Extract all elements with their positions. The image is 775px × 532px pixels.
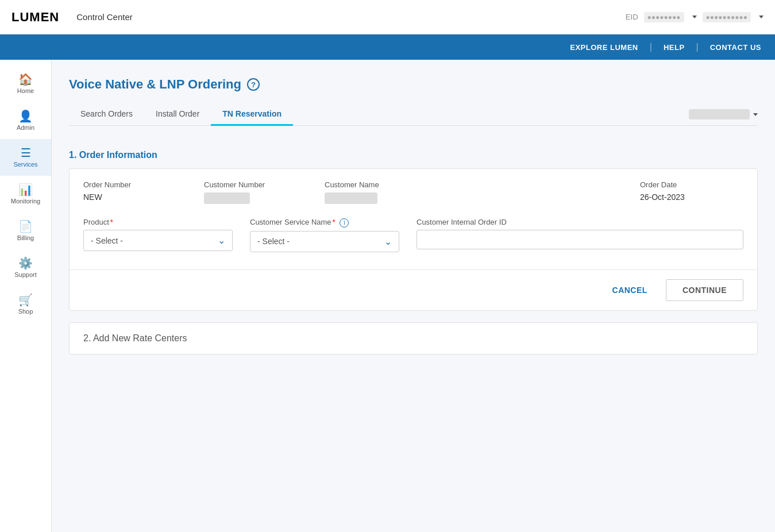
csn-required-star: * [333,218,336,226]
customer-number-field: Customer Number ●●●●● [204,180,307,204]
support-icon: ⚙️ [18,257,33,269]
blue-nav-strip: EXPLORE LUMEN | HELP | CONTACT US [0,34,775,60]
sidebar-item-services[interactable]: ☰ Services [0,139,51,176]
product-placeholder: - Select - [91,236,123,245]
order-number-label: Order Number [83,180,187,189]
user-chevron-icon[interactable] [759,16,764,18]
main-layout: 🏠 Home 👤 Admin ☰ Services 📊 Monitoring 📄… [0,60,775,532]
csn-info-icon[interactable]: i [340,218,349,228]
order-info-grid: Order Number NEW Customer Number ●●●●● C… [83,180,743,204]
sidebar-item-admin[interactable]: 👤 Admin [0,102,51,139]
section1-number: 1. [69,150,76,160]
top-bar: LUMEN Control Center EID ●●●●●●●● ●●●●●●… [0,0,775,34]
sidebar-label-monitoring: Monitoring [11,198,40,205]
eid-value: ●●●●●●●● [644,12,684,22]
top-right-controls: EID ●●●●●●●● ●●●●●●●●●● [626,12,764,22]
billing-icon: 📄 [18,221,33,232]
order-date-label: Order Date [640,180,743,189]
customer-number-value: ●●●●● [204,192,250,204]
sidebar-label-home: Home [17,87,34,94]
customer-name-label: Customer Name [325,180,623,189]
customer-service-name-field: Customer Service Name* i - Select - ⌄ [250,218,399,252]
section1-header: 1. Order Information [69,140,758,168]
services-icon: ☰ [21,147,31,159]
sidebar-label-services: Services [13,161,37,168]
cancel-button[interactable]: CANCEL [603,280,657,300]
sidebar-item-billing[interactable]: 📄 Billing [0,213,51,249]
csn-placeholder: - Select - [257,237,290,246]
page-title: Voice Native & LNP Ordering [69,77,241,92]
tab-right-blurred: ●●●●●●●●●●●●● [689,109,750,119]
main-content: Voice Native & LNP Ordering ? Search Ord… [52,60,775,532]
section2-header: 2. Add New Rate Centers [70,323,757,354]
contact-us-link[interactable]: CONTACT US [710,43,761,52]
monitoring-icon: 📊 [18,184,33,195]
form-grid: Product* - Select - ⌄ Customer Service N… [83,218,743,252]
customer-number-label: Customer Number [204,180,307,189]
rate-centers-card: 2. Add New Rate Centers [69,322,758,354]
section2-title: Add New Rate Centers [93,333,187,343]
admin-icon: 👤 [18,110,33,122]
product-field: Product* - Select - ⌄ [83,218,233,252]
cioid-label: Customer Internal Order ID [417,218,743,226]
tab-right-info: ●●●●●●●●●●●●● [689,109,758,125]
tabs-row: Search Orders Install Order TN Reservati… [69,103,758,126]
nav-separator-2: | [696,42,699,52]
tab-right-chevron-icon[interactable] [753,113,758,116]
product-dropdown-arrow-icon: ⌄ [218,235,225,246]
user-value: ●●●●●●●●●● [703,12,751,22]
customer-internal-order-id-input[interactable] [417,230,743,249]
nav-separator-1: | [650,42,652,52]
sidebar-item-shop[interactable]: 🛒 Shop [0,286,51,323]
tab-search-orders[interactable]: Search Orders [69,103,144,126]
order-number-value: NEW [83,192,187,202]
sidebar-label-admin: Admin [17,124,34,131]
eid-chevron-icon[interactable] [692,16,697,18]
explore-lumen-link[interactable]: EXPLORE LUMEN [570,43,638,52]
customer-service-name-label: Customer Service Name* i [250,218,399,228]
product-required-star: * [110,218,113,226]
home-icon: 🏠 [18,74,33,85]
order-date-value: 26-Oct-2023 [640,192,743,202]
order-info-body: Order Number NEW Customer Number ●●●●● C… [70,169,757,269]
logo: LUMEN [11,10,59,25]
sidebar-item-monitoring[interactable]: 📊 Monitoring [0,176,51,213]
order-information-card: Order Number NEW Customer Number ●●●●● C… [69,168,758,311]
shop-icon: 🛒 [18,294,33,306]
help-link[interactable]: HELP [664,43,685,52]
sidebar: 🏠 Home 👤 Admin ☰ Services 📊 Monitoring 📄… [0,60,52,532]
page-title-row: Voice Native & LNP Ordering ? [69,77,758,92]
order-date-field: Order Date 26-Oct-2023 [640,180,743,204]
tab-install-order[interactable]: Install Order [144,103,211,126]
csn-dropdown-arrow-icon: ⌄ [384,236,392,247]
help-circle-icon[interactable]: ? [247,78,260,91]
customer-name-value: ●●●●●●●●● [325,192,377,204]
product-dropdown[interactable]: - Select - ⌄ [83,230,233,251]
eid-label: EID [626,13,638,21]
action-row: CANCEL CONTINUE [70,270,757,310]
sidebar-label-support: Support [14,271,37,278]
sidebar-item-support[interactable]: ⚙️ Support [0,249,51,286]
app-title: Control Center [76,12,133,22]
continue-button[interactable]: CONTINUE [666,279,743,301]
sidebar-label-billing: Billing [17,234,34,241]
tab-tn-reservation[interactable]: TN Reservation [211,103,293,126]
section1-title: Order Information [79,150,157,160]
section2-number: 2. [83,333,91,343]
customer-service-name-dropdown[interactable]: - Select - ⌄ [250,231,399,252]
sidebar-item-home[interactable]: 🏠 Home [0,65,51,102]
order-number-field: Order Number NEW [83,180,187,204]
sidebar-label-shop: Shop [18,308,33,315]
customer-name-field: Customer Name ●●●●●●●●● [325,180,623,204]
product-label: Product* [83,218,233,226]
customer-internal-order-id-field: Customer Internal Order ID [417,218,743,252]
